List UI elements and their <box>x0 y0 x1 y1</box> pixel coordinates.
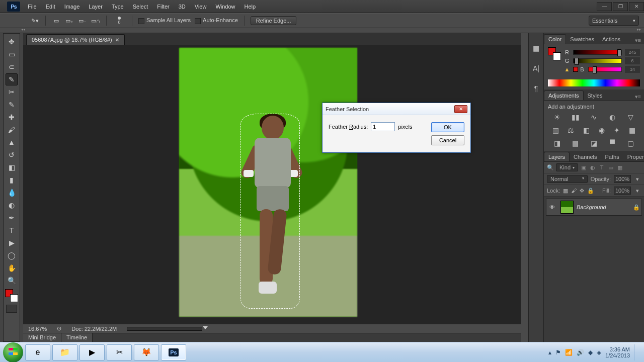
hand-tool[interactable]: ✋ <box>6 262 18 274</box>
eraser-tool[interactable]: ◧ <box>6 161 18 173</box>
tab-color[interactable]: Color <box>544 34 566 44</box>
tray-show-hidden-icon[interactable]: ▴ <box>548 349 551 356</box>
color-lookup-icon[interactable]: ▦ <box>628 126 637 135</box>
layer-name[interactable]: Background <box>577 204 631 210</box>
lasso-tool[interactable]: ⊂ <box>6 61 18 73</box>
feather-radius-input[interactable] <box>371 122 395 131</box>
dodge-tool[interactable]: ◐ <box>6 199 18 211</box>
tray-flag-icon[interactable]: ⚑ <box>555 349 561 356</box>
tab-layers[interactable]: Layers <box>544 152 570 161</box>
minimize-button[interactable]: — <box>597 2 612 11</box>
brightness-contrast-icon[interactable]: ☀ <box>552 113 561 122</box>
workspace-selector[interactable]: Essentials <box>589 16 639 26</box>
r-slider[interactable] <box>573 50 622 55</box>
canvas-scrollbar[interactable] <box>521 33 528 342</box>
menu-select[interactable]: Select <box>128 0 153 13</box>
lock-all-icon[interactable]: 🔒 <box>587 188 594 194</box>
eyedropper-tool[interactable]: ✎ <box>6 99 18 111</box>
exposure-icon[interactable]: ◐ <box>608 113 617 122</box>
zoom-tool[interactable]: 🔍 <box>6 275 18 287</box>
filter-search-icon[interactable]: 🔍 <box>547 164 554 171</box>
opacity-value[interactable]: 100% <box>614 175 631 183</box>
menu-help[interactable]: Help <box>240 0 261 13</box>
subtract-selection-icon[interactable]: ▭₋ <box>78 16 87 25</box>
close-button[interactable]: ✕ <box>629 2 644 11</box>
filter-pixel-icon[interactable]: ▣ <box>580 164 587 171</box>
start-button[interactable] <box>3 342 23 363</box>
shape-tool[interactable]: ◯ <box>6 249 18 261</box>
adjustments-panel-menu-icon[interactable]: ▾≡ <box>632 94 644 100</box>
r-value[interactable]: 245 <box>625 49 640 56</box>
lock-transparent-icon[interactable]: ▩ <box>563 188 568 194</box>
auto-enhance-checkbox[interactable]: Auto-Enhance <box>195 17 238 24</box>
gradient-map-icon[interactable]: ▀ <box>608 139 617 148</box>
gamut-swatch[interactable] <box>573 67 578 72</box>
tab-channels[interactable]: Channels <box>570 152 601 161</box>
tab-styles[interactable]: Styles <box>584 91 607 100</box>
filter-type-icon[interactable]: T <box>598 164 605 170</box>
levels-icon[interactable]: ▮▮ <box>571 113 580 122</box>
new-selection-icon[interactable]: ▭ <box>52 16 61 25</box>
clone-stamp-tool[interactable]: ▲ <box>6 136 18 148</box>
channel-mixer-icon[interactable]: ✦ <box>612 126 621 135</box>
marquee-tool[interactable]: ▭ <box>6 48 18 60</box>
pen-tool[interactable]: ✒ <box>6 212 18 224</box>
panel-collapse-strip[interactable] <box>0 28 644 33</box>
gamut-warning-icon[interactable]: ▲ <box>564 66 570 72</box>
taskbar-ie-icon[interactable]: e <box>25 344 50 360</box>
tray-app1-icon[interactable]: ◆ <box>588 349 593 356</box>
brush-tool[interactable]: 🖌 <box>6 124 18 136</box>
g-slider[interactable] <box>573 58 622 63</box>
paragraph-panel-icon[interactable]: ¶ <box>531 83 541 94</box>
hue-sat-icon[interactable]: ▥ <box>551 126 560 135</box>
lock-position-icon[interactable]: ✥ <box>580 188 584 194</box>
menu-view[interactable]: View <box>190 0 211 13</box>
fill-stepper[interactable]: ▾ <box>634 188 641 194</box>
tool-preset-icon[interactable]: ✎▾ <box>30 16 39 25</box>
type-tool[interactable]: T <box>6 224 18 236</box>
taskbar-explorer-icon[interactable]: 📁 <box>52 344 77 360</box>
taskbar-photoshop-icon[interactable]: Ps <box>161 344 186 360</box>
filter-smart-icon[interactable]: ▦ <box>616 164 623 171</box>
blur-tool[interactable]: 💧 <box>6 187 18 199</box>
color-swatches[interactable] <box>548 47 561 60</box>
menu-layer[interactable]: Layer <box>84 0 107 13</box>
layer-visibility-icon[interactable]: 👁 <box>546 204 557 210</box>
ok-button[interactable]: OK <box>431 122 464 132</box>
taskbar-media-icon[interactable]: ▶ <box>79 344 105 360</box>
crop-tool[interactable]: ✂ <box>6 86 18 98</box>
menu-file[interactable]: File <box>23 0 41 13</box>
layer-thumbnail[interactable] <box>560 201 574 214</box>
quick-mask-toggle[interactable] <box>6 305 17 313</box>
filter-kind-dropdown[interactable]: Kind <box>556 163 578 171</box>
history-brush-tool[interactable]: ↺ <box>6 149 18 161</box>
photo-filter-icon[interactable]: ◉ <box>597 126 606 135</box>
foreground-background-color[interactable] <box>5 289 18 302</box>
tab-paths[interactable]: Paths <box>601 152 623 161</box>
color-balance-icon[interactable]: ⚖ <box>567 126 576 135</box>
info-scrubber[interactable] <box>127 327 202 331</box>
layer-row[interactable]: 👁 Background 🔒 <box>546 199 642 216</box>
taskbar-snip-icon[interactable]: ✂ <box>107 344 132 360</box>
menu-type[interactable]: Type <box>107 0 128 13</box>
filter-shape-icon[interactable]: ▭ <box>607 164 614 171</box>
quick-selection-tool[interactable]: ✎ <box>6 73 18 85</box>
info-icon[interactable]: ⊙ <box>57 325 61 332</box>
menu-3d[interactable]: 3D <box>174 0 190 13</box>
dialog-titlebar[interactable]: Feather Selection ✕ <box>323 103 470 115</box>
menu-window[interactable]: Window <box>211 0 239 13</box>
show-desktop-button[interactable] <box>634 344 638 360</box>
taskbar-firefox-icon[interactable]: 🦊 <box>134 344 159 360</box>
gradient-tool[interactable]: ▮ <box>6 174 18 186</box>
zoom-readout[interactable]: 16.67% <box>28 326 47 332</box>
cancel-button[interactable]: Cancel <box>431 135 464 145</box>
fill-value[interactable]: 100% <box>614 187 631 195</box>
tray-network-icon[interactable]: 📶 <box>565 349 573 356</box>
tray-volume-icon[interactable]: 🔊 <box>577 349 584 356</box>
menu-edit[interactable]: Edit <box>41 0 60 13</box>
dialog-close-button[interactable]: ✕ <box>454 105 467 113</box>
character-panel-icon[interactable]: A| <box>531 63 541 73</box>
b-slider[interactable] <box>588 67 622 72</box>
refine-edge-button[interactable]: Refine Edge... <box>251 16 297 25</box>
move-tool[interactable]: ✥ <box>6 36 18 48</box>
